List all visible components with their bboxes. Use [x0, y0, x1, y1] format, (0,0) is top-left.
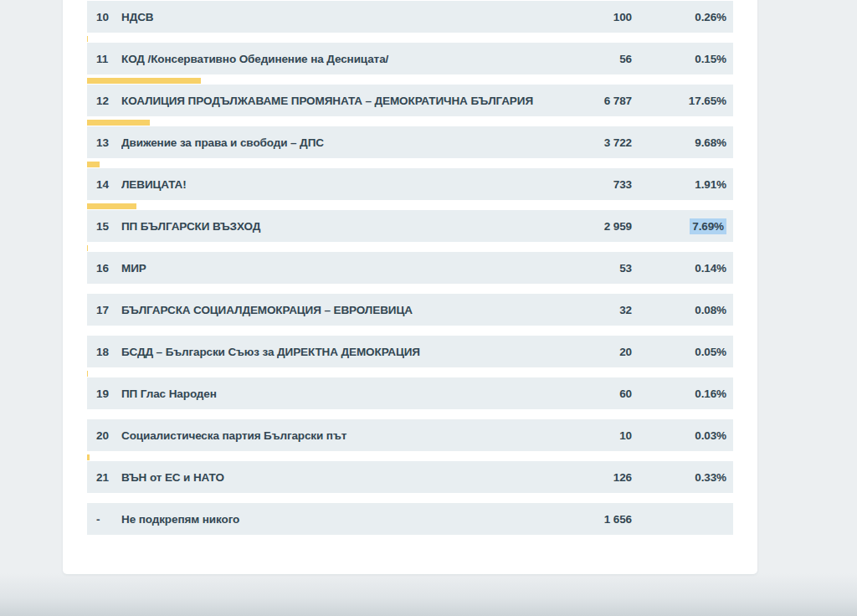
percent-value: 0.08%: [639, 304, 733, 316]
table-row: 20 Социалистическа партия Български път …: [87, 409, 733, 451]
percent-value: 0.26%: [639, 11, 733, 23]
percent-bar-track: [87, 242, 733, 252]
percent-bar: [87, 78, 201, 84]
table-row-stripe: 16 МИР 53 0.14%: [87, 252, 733, 284]
percent-bar-track: [87, 367, 733, 377]
percent-text: 9.68%: [695, 136, 726, 149]
table-row: 16 МИР 53 0.14%: [87, 242, 733, 284]
table-row-stripe: 19 ПП Глас Народен 60 0.16%: [87, 377, 733, 409]
percent-bar: [87, 36, 88, 42]
percent-bar: [87, 120, 150, 126]
table-row: - Не подкрепям никого 1 656: [87, 493, 733, 535]
percent-bar-track: [87, 0, 733, 1]
votes-value: 56: [547, 53, 639, 65]
table-row-stripe: 21 ВЪН от ЕС и НАТО 126 0.33%: [87, 461, 733, 493]
row-number: 15: [87, 220, 121, 233]
table-row-stripe: 18 БСДД – Български Съюз за ДИРЕКТНА ДЕМ…: [87, 336, 733, 367]
table-row: 11 КОД /Консервативно Обединение на Десн…: [87, 33, 733, 74]
percent-bar-track: [87, 158, 733, 168]
percent-bar-track: [87, 33, 733, 43]
percent-text: 0.16%: [695, 388, 726, 400]
row-number: 21: [87, 471, 121, 484]
percent-text: 17.65%: [689, 95, 726, 107]
votes-value: 20: [547, 346, 639, 358]
votes-value: 32: [547, 304, 639, 316]
table-row-stripe: 20 Социалистическа партия Български път …: [87, 419, 733, 451]
percent-bar-track: [87, 284, 733, 294]
row-number: 16: [87, 262, 121, 275]
table-row: 12 КОАЛИЦИЯ ПРОДЪЛЖАВАМЕ ПРОМЯНАТА – ДЕМ…: [87, 74, 733, 116]
votes-value: 60: [547, 388, 639, 400]
percent-text: 0.26%: [695, 11, 726, 23]
table-row-stripe: 11 КОД /Консервативно Обединение на Десн…: [87, 43, 733, 74]
percent-bar-track: [87, 326, 733, 336]
row-number: 14: [87, 178, 121, 191]
percent-bar-track: [87, 200, 733, 210]
percent-bar: [87, 162, 100, 167]
percent-bar-track: [87, 409, 733, 419]
votes-value: 733: [547, 178, 639, 191]
votes-value: 3 722: [547, 136, 639, 149]
party-name: МИР: [121, 262, 547, 275]
row-number: 19: [87, 388, 121, 400]
percent-value: 0.16%: [639, 388, 733, 400]
percent-bar: [87, 454, 90, 460]
percent-value: 7.69%: [639, 220, 733, 233]
party-name: НДСВ: [121, 11, 547, 23]
page-scroll-area[interactable]: 10 НДСВ 100 0.26% 11 КОД /Консервативно …: [0, 0, 857, 616]
party-name: БЪЛГАРСКА СОЦИАЛДЕМОКРАЦИЯ – ЕВРОЛЕВИЦА: [121, 304, 547, 316]
percent-text: 0.15%: [695, 53, 726, 65]
percent-text: 0.05%: [695, 346, 726, 358]
table-row-stripe: 14 ЛЕВИЦАТА! 733 1.91%: [87, 168, 733, 200]
party-name: Социалистическа партия Български път: [121, 429, 547, 442]
party-name: Движение за права и свободи – ДПС: [121, 136, 547, 149]
percent-value: 1.91%: [639, 178, 733, 191]
table-row: 13 Движение за права и свободи – ДПС 3 7…: [87, 116, 733, 158]
percent-bar-track: [87, 451, 733, 461]
votes-value: 1 656: [547, 513, 639, 526]
results-table: 10 НДСВ 100 0.26% 11 КОД /Консервативно …: [87, 0, 733, 535]
percent-value: 17.65%: [639, 95, 733, 107]
percent-value: 9.68%: [639, 136, 733, 149]
party-name: ПП Глас Народен: [121, 388, 547, 400]
table-row-stripe: 13 Движение за права и свободи – ДПС 3 7…: [87, 126, 733, 158]
percent-text-selected[interactable]: 7.69%: [690, 218, 726, 234]
percent-value: 0.05%: [639, 346, 733, 358]
row-number: 13: [87, 136, 121, 149]
party-name: КОД /Консервативно Обединение на Десница…: [121, 53, 547, 65]
percent-value: 0.14%: [639, 262, 733, 275]
percent-text: 0.03%: [695, 429, 726, 442]
table-row: 21 ВЪН от ЕС и НАТО 126 0.33%: [87, 451, 733, 493]
table-row: 10 НДСВ 100 0.26%: [87, 0, 733, 33]
percent-text: 1.91%: [695, 178, 726, 191]
row-number: 10: [87, 11, 121, 23]
percent-bar: [87, 371, 88, 377]
table-row-stripe: 17 БЪЛГАРСКА СОЦИАЛДЕМОКРАЦИЯ – ЕВРОЛЕВИ…: [87, 294, 733, 326]
percent-text: 0.14%: [695, 262, 726, 275]
party-name: ЛЕВИЦАТА!: [121, 178, 547, 191]
percent-text: 0.08%: [695, 304, 726, 316]
table-row: 19 ПП Глас Народен 60 0.16%: [87, 367, 733, 409]
votes-value: 126: [547, 471, 639, 484]
table-row: 14 ЛЕВИЦАТА! 733 1.91%: [87, 158, 733, 200]
table-row: 18 БСДД – Български Съюз за ДИРЕКТНА ДЕМ…: [87, 326, 733, 367]
table-row-stripe: 12 КОАЛИЦИЯ ПРОДЪЛЖАВАМЕ ПРОМЯНАТА – ДЕМ…: [87, 85, 733, 116]
percent-bar: [87, 245, 88, 251]
votes-value: 6 787: [547, 95, 639, 107]
percent-bar: [87, 203, 136, 209]
party-name: ПП БЪЛГАРСКИ ВЪЗХОД: [121, 220, 547, 233]
row-number: -: [87, 513, 121, 526]
percent-bar-track: [87, 74, 733, 85]
votes-value: 10: [547, 429, 639, 442]
table-row: 15 ПП БЪЛГАРСКИ ВЪЗХОД 2 959 7.69%: [87, 200, 733, 242]
party-name: Не подкрепям никого: [121, 513, 547, 526]
table-row-stripe: - Не подкрепям никого 1 656: [87, 503, 733, 535]
table-row-stripe: 15 ПП БЪЛГАРСКИ ВЪЗХОД 2 959 7.69%: [87, 210, 733, 242]
votes-value: 53: [547, 262, 639, 275]
votes-value: 100: [547, 11, 639, 23]
results-card: 10 НДСВ 100 0.26% 11 КОД /Консервативно …: [63, 0, 757, 574]
party-name: ВЪН от ЕС и НАТО: [121, 471, 547, 484]
table-row: 17 БЪЛГАРСКА СОЦИАЛДЕМОКРАЦИЯ – ЕВРОЛЕВИ…: [87, 284, 733, 326]
row-number: 17: [87, 304, 121, 316]
percent-value: 0.15%: [639, 53, 733, 65]
